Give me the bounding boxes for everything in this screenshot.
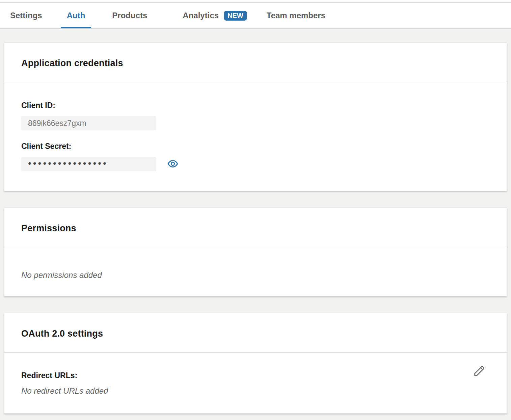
edit-redirect-urls-button[interactable]: [472, 364, 486, 378]
show-secret-button[interactable]: [167, 158, 179, 170]
tab-auth[interactable]: Auth: [61, 3, 91, 28]
pencil-icon: [473, 364, 486, 379]
tab-analytics[interactable]: Analytics NEW: [177, 3, 253, 28]
application-credentials-card: Application credentials Client ID: 869ik…: [4, 43, 507, 191]
oauth-settings-card: OAuth 2.0 settings Redirect URLs: No red…: [4, 313, 507, 414]
client-secret-row: ••••••••••••••••: [21, 157, 490, 171]
tab-team-members[interactable]: Team members: [261, 3, 331, 28]
client-id-field[interactable]: 869ik66esz7gxm: [21, 116, 156, 130]
application-credentials-header: Application credentials: [4, 43, 507, 82]
client-id-value: 869ik66esz7gxm: [28, 119, 86, 128]
client-secret-label: Client Secret:: [21, 142, 490, 151]
application-credentials-title: Application credentials: [21, 58, 490, 69]
tab-products[interactable]: Products: [106, 3, 153, 28]
new-badge: NEW: [224, 11, 247, 21]
tab-team-members-label: Team members: [267, 11, 325, 20]
tab-auth-label: Auth: [67, 11, 85, 20]
client-id-label: Client ID:: [21, 101, 490, 110]
client-secret-field[interactable]: ••••••••••••••••: [21, 157, 156, 171]
permissions-card: Permissions No permissions added: [4, 208, 507, 296]
permissions-empty-text: No permissions added: [21, 270, 490, 280]
permissions-body: No permissions added: [4, 247, 507, 296]
page: Settings Auth Products Analytics NEW Tea…: [0, 0, 511, 414]
oauth-settings-header: OAuth 2.0 settings: [4, 313, 507, 352]
tab-settings[interactable]: Settings: [4, 3, 48, 28]
tab-bar: Settings Auth Products Analytics NEW Tea…: [0, 3, 511, 29]
tab-analytics-label: Analytics: [183, 11, 219, 20]
oauth-settings-body: Redirect URLs: No redirect URLs added: [4, 352, 507, 413]
application-credentials-body: Client ID: 869ik66esz7gxm Client Secret:…: [4, 82, 507, 191]
redirect-urls-empty-text: No redirect URLs added: [21, 386, 490, 396]
oauth-settings-title: OAuth 2.0 settings: [21, 329, 490, 339]
client-secret-masked-value: ••••••••••••••••: [28, 159, 108, 168]
permissions-header: Permissions: [4, 208, 507, 247]
tab-products-label: Products: [112, 11, 147, 20]
eye-icon: [167, 158, 179, 170]
redirect-urls-label: Redirect URLs:: [21, 371, 490, 380]
tab-settings-label: Settings: [10, 11, 42, 20]
permissions-title: Permissions: [21, 223, 490, 234]
top-strip: [0, 0, 511, 3]
